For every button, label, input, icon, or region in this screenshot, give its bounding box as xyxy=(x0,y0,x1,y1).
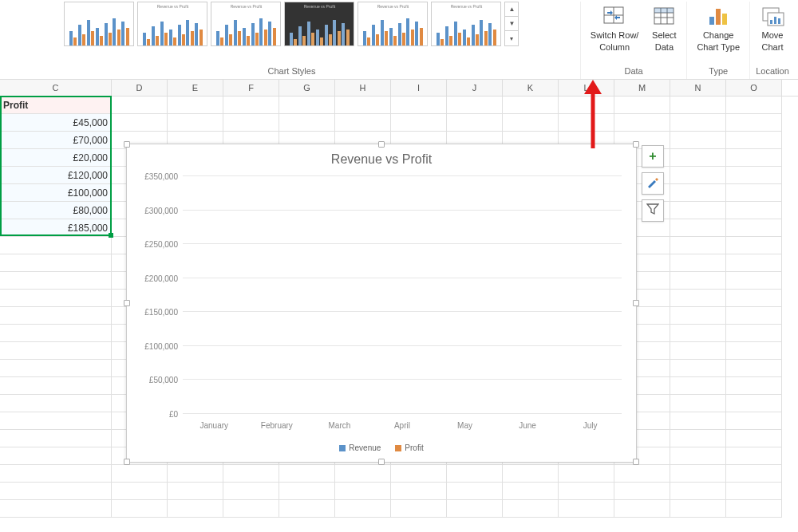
cell[interactable] xyxy=(391,483,447,500)
cell[interactable]: Profit xyxy=(0,97,112,114)
cell[interactable] xyxy=(670,254,726,272)
cell[interactable] xyxy=(726,395,782,412)
column-header[interactable]: M xyxy=(614,80,670,96)
cell[interactable] xyxy=(614,97,670,114)
spreadsheet[interactable]: C D E F G H I J K L M N O Profit£45,000£… xyxy=(0,80,798,518)
cell[interactable] xyxy=(614,500,670,518)
cell[interactable] xyxy=(447,465,503,483)
cell[interactable] xyxy=(670,395,726,412)
cell[interactable] xyxy=(670,377,726,395)
cell[interactable] xyxy=(726,465,782,483)
switch-row-column-button[interactable]: Switch Row/ Column xyxy=(586,2,644,54)
cell[interactable] xyxy=(726,412,782,430)
cell[interactable] xyxy=(726,237,782,254)
chart-style-thumb[interactable] xyxy=(64,2,134,46)
move-chart-button[interactable]: Move Chart xyxy=(755,2,790,54)
cell[interactable]: £185,000 xyxy=(0,219,112,237)
cell[interactable] xyxy=(391,97,447,114)
cell[interactable] xyxy=(726,167,782,184)
cell[interactable] xyxy=(168,114,223,132)
cell[interactable] xyxy=(503,483,559,500)
cell[interactable] xyxy=(670,342,726,360)
cell[interactable] xyxy=(0,395,112,412)
cell[interactable] xyxy=(223,114,279,132)
cell[interactable] xyxy=(0,500,112,518)
cell[interactable] xyxy=(726,272,782,290)
cell[interactable] xyxy=(670,237,726,254)
cell[interactable] xyxy=(726,254,782,272)
cell[interactable] xyxy=(0,412,112,430)
chart-style-thumb[interactable]: Revenue vs Profit xyxy=(211,2,281,46)
cell[interactable]: £45,000 xyxy=(0,114,112,132)
cell[interactable] xyxy=(559,500,614,518)
cell[interactable]: £80,000 xyxy=(0,202,112,219)
cell[interactable] xyxy=(0,272,112,290)
cell[interactable] xyxy=(112,465,168,483)
column-header[interactable]: H xyxy=(335,80,391,96)
chart-style-thumb[interactable]: Revenue vs Profit xyxy=(358,2,428,46)
cell[interactable] xyxy=(614,483,670,500)
column-header[interactable]: D xyxy=(112,80,168,96)
cell[interactable] xyxy=(726,149,782,167)
plot-area[interactable]: £0£50,000£100,000£150,000£200,000£250,00… xyxy=(183,176,622,414)
chart-title[interactable]: Revenue vs Profit xyxy=(127,144,636,171)
cell[interactable] xyxy=(670,167,726,184)
cell[interactable] xyxy=(112,500,168,518)
cell[interactable] xyxy=(726,430,782,447)
chart-elements-button[interactable]: + xyxy=(642,145,664,167)
cell[interactable] xyxy=(335,500,391,518)
cell[interactable] xyxy=(670,290,726,307)
cell[interactable] xyxy=(0,325,112,342)
cell[interactable] xyxy=(335,483,391,500)
chart-style-thumb[interactable]: Revenue vs Profit xyxy=(137,2,207,46)
cell[interactable] xyxy=(726,447,782,465)
column-header[interactable]: N xyxy=(670,80,726,96)
cell[interactable] xyxy=(670,465,726,483)
cell[interactable] xyxy=(223,97,279,114)
cell[interactable] xyxy=(0,430,112,447)
chart-styles-button[interactable] xyxy=(642,172,664,195)
cell[interactable] xyxy=(614,465,670,483)
cell[interactable] xyxy=(670,202,726,219)
cell[interactable] xyxy=(279,483,335,500)
cell[interactable] xyxy=(726,219,782,237)
cell[interactable] xyxy=(168,97,223,114)
cell[interactable] xyxy=(726,360,782,377)
embedded-chart[interactable]: Revenue vs Profit £0£50,000£100,000£150,… xyxy=(126,144,637,463)
cell[interactable] xyxy=(0,377,112,395)
cell[interactable] xyxy=(726,307,782,325)
cell[interactable] xyxy=(0,465,112,483)
cell[interactable] xyxy=(279,465,335,483)
cell[interactable] xyxy=(726,114,782,132)
cell[interactable] xyxy=(0,307,112,325)
cell[interactable]: £20,000 xyxy=(0,149,112,167)
cell[interactable] xyxy=(279,114,335,132)
gallery-scroll-down[interactable]: ▼ xyxy=(505,17,518,31)
cell[interactable] xyxy=(447,500,503,518)
cell[interactable] xyxy=(670,184,726,202)
selection-handle[interactable] xyxy=(109,233,113,238)
cell[interactable] xyxy=(223,500,279,518)
column-header[interactable]: C xyxy=(0,80,112,96)
cell[interactable] xyxy=(726,202,782,219)
cell[interactable] xyxy=(670,132,726,149)
chart-legend[interactable]: Revenue Profit xyxy=(127,443,636,452)
cell[interactable] xyxy=(223,465,279,483)
cell[interactable] xyxy=(391,114,447,132)
cell[interactable] xyxy=(0,237,112,254)
gallery-expand[interactable]: ▾ xyxy=(505,31,518,45)
cell[interactable] xyxy=(503,114,559,132)
cell[interactable] xyxy=(726,342,782,360)
cell[interactable] xyxy=(670,219,726,237)
cell[interactable] xyxy=(168,483,223,500)
cell[interactable] xyxy=(503,465,559,483)
column-header[interactable]: E xyxy=(168,80,223,96)
cell[interactable] xyxy=(726,377,782,395)
cell[interactable] xyxy=(335,114,391,132)
cell[interactable] xyxy=(0,254,112,272)
cell[interactable] xyxy=(0,290,112,307)
cell[interactable]: £100,000 xyxy=(0,184,112,202)
cell[interactable] xyxy=(726,97,782,114)
chart-style-thumb[interactable]: Revenue vs Profit xyxy=(284,2,354,46)
cell[interactable] xyxy=(559,465,614,483)
